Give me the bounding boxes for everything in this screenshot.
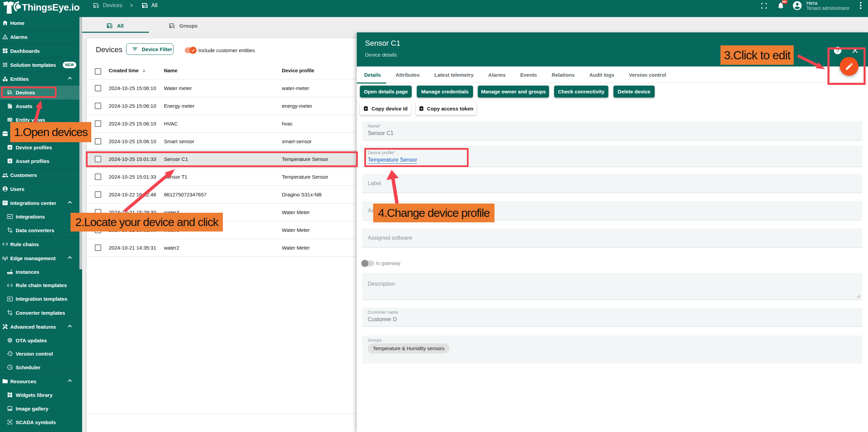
svg-text:D: D bbox=[9, 146, 11, 149]
svg-text:A: A bbox=[9, 159, 11, 163]
